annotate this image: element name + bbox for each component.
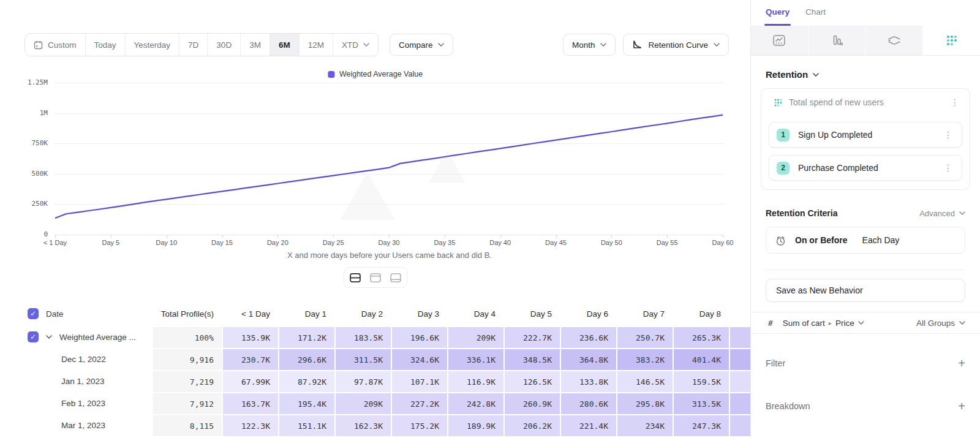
retention-value-cell[interactable]: 234K [616, 414, 673, 436]
column-header[interactable]: Day 1 [278, 301, 334, 326]
layout-split-button[interactable] [346, 270, 364, 285]
date-range-today[interactable]: Today [85, 34, 125, 56]
chart-type-tile-flow[interactable] [865, 26, 923, 55]
tab-chart[interactable]: Chart [805, 7, 826, 26]
retention-value-cell[interactable]: 236.6K [560, 326, 616, 348]
retention-value-cell[interactable]: 209K [334, 392, 391, 414]
retention-value-cell[interactable]: 295.8K [616, 392, 673, 414]
retention-value-cell[interactable]: 227.2K [391, 392, 447, 414]
chart-type-tile-line-chart[interactable] [751, 26, 808, 55]
retention-value-cell[interactable]: 280.6K [560, 392, 616, 414]
retention-value-cell[interactable]: 260.9K [503, 392, 560, 414]
retention-value-cell[interactable]: 313.5K [673, 392, 729, 414]
groups-dropdown[interactable]: All Groups [916, 319, 965, 328]
date-cell[interactable]: Jan 1, 2023 [0, 370, 153, 392]
criteria-mode-dropdown[interactable]: Advanced [919, 209, 965, 218]
date-range-custom[interactable]: Custom [25, 34, 85, 56]
retention-value-cell[interactable]: 135.9K [222, 326, 278, 348]
retention-value-cell[interactable]: 265.3K [673, 326, 729, 348]
row-checkbox[interactable]: ✓ [28, 331, 39, 342]
retention-value-cell[interactable]: 230.7K [222, 348, 278, 370]
retention-value-cell[interactable]: 189.9K [447, 414, 503, 436]
retention-value-cell[interactable]: 116.9K [447, 370, 503, 392]
save-as-new-behavior-button[interactable]: Save as New Behavior [766, 279, 965, 302]
retention-value-cell[interactable]: 183.5K [334, 326, 391, 348]
retention-value-cell[interactable]: 336.1K [447, 348, 503, 370]
retention-value-cell[interactable]: 67.99K [222, 370, 278, 392]
behavior-card-header[interactable]: Total spend of new users ⋮ [769, 96, 962, 115]
date-range-6m[interactable]: 6M [270, 34, 299, 56]
retention-value-cell[interactable]: 146.5K [616, 370, 673, 392]
retention-value-cell[interactable]: 175.2K [391, 414, 447, 436]
measurement-dropdown[interactable]: Sum of cart ▸ Price [783, 319, 864, 328]
retention-value-cell[interactable]: 206.2K [503, 414, 560, 436]
kebab-menu-icon[interactable]: ⋮ [949, 97, 961, 107]
chart-type-button[interactable]: Retention Curve [623, 34, 729, 56]
column-header[interactable]: Day 3 [391, 301, 447, 326]
retention-value-cell[interactable]: 383.2K [616, 348, 673, 370]
column-header[interactable]: Day 4 [447, 301, 503, 326]
retention-value-cell[interactable]: 311.5K [334, 348, 391, 370]
compare-button[interactable]: Compare [390, 34, 454, 56]
granularity-button[interactable]: Month [563, 34, 616, 56]
date-cell[interactable]: Dec 1, 2022 [0, 348, 153, 370]
layout-chart-focus-button[interactable] [366, 270, 385, 285]
total-profiles-cell[interactable]: 8,115 [153, 414, 222, 436]
select-all-checkbox[interactable]: ✓ [28, 308, 39, 319]
retention-value-cell[interactable]: 242.8K [447, 392, 503, 414]
tab-query[interactable]: Query [766, 7, 790, 26]
retention-value-cell[interactable]: 107.1K [391, 370, 447, 392]
chart-type-tile-retention-dots[interactable] [922, 26, 980, 55]
retention-value-cell[interactable]: 162.3K [334, 414, 391, 436]
retention-value-cell[interactable]: 250.7K [616, 326, 673, 348]
retention-value-cell[interactable]: 163.7K [222, 392, 278, 414]
retention-value-cell[interactable]: 296.6K [278, 348, 334, 370]
kebab-menu-icon[interactable]: ⋮ [942, 130, 954, 140]
behavior-step-2[interactable]: 2 Purchase Completed ⋮ [769, 155, 962, 181]
column-header[interactable]: Total Profile(s) [153, 301, 222, 326]
column-header[interactable]: Day 7 [616, 301, 673, 326]
retention-value-cell[interactable]: 151.1K [278, 414, 334, 436]
retention-value-cell[interactable]: 126.5K [503, 370, 560, 392]
column-header[interactable]: Day 8 [673, 301, 729, 326]
total-profiles-cell[interactable]: 9,916 [153, 348, 222, 370]
date-range-7d[interactable]: 7D [179, 34, 207, 56]
column-header[interactable]: < 1 Day [222, 301, 278, 326]
retention-value-cell[interactable]: 364.8K [560, 348, 616, 370]
add-breakdown-button[interactable]: + [958, 400, 965, 412]
date-range-30d[interactable]: 30D [207, 34, 240, 56]
total-profiles-cell[interactable]: 7,912 [153, 392, 222, 414]
chevron-down-icon[interactable] [46, 335, 52, 339]
retention-value-cell[interactable]: 401.4K [673, 348, 729, 370]
retention-value-cell[interactable]: 87.92K [278, 370, 334, 392]
total-profiles-cell[interactable]: 7,219 [153, 370, 222, 392]
date-range-3m[interactable]: 3M [240, 34, 270, 56]
retention-value-cell[interactable]: 324.6K [391, 348, 447, 370]
date-range-12m[interactable]: 12M [299, 34, 333, 56]
retention-value-cell[interactable]: 159.5K [673, 370, 729, 392]
behavior-step-1[interactable]: 1 Sign Up Completed ⋮ [769, 122, 962, 148]
date-range-xtd[interactable]: XTD [333, 34, 378, 56]
total-profiles-cell[interactable]: 100% [153, 326, 222, 348]
retention-value-cell[interactable]: 171.2K [278, 326, 334, 348]
retention-value-cell[interactable]: 97.87K [334, 370, 391, 392]
chart-type-tile-bar-chart[interactable] [808, 26, 865, 55]
retention-value-cell[interactable]: 348.5K [503, 348, 560, 370]
column-header[interactable]: Day 6 [560, 301, 616, 326]
date-cell[interactable]: Mar 1, 2023 [0, 414, 153, 436]
retention-value-cell[interactable]: 221.4K [560, 414, 616, 436]
layout-table-focus-button[interactable] [386, 270, 405, 285]
retention-value-cell[interactable]: 222.7K [503, 326, 560, 348]
criteria-timing-card[interactable]: On or Before Each Day [766, 227, 965, 254]
retention-value-cell[interactable]: 195.4K [278, 392, 334, 414]
retention-value-cell[interactable]: 247.3K [673, 414, 729, 436]
add-filter-button[interactable]: + [958, 357, 965, 369]
retention-value-cell[interactable]: 196.6K [391, 326, 447, 348]
retention-value-cell[interactable]: 133.8K [560, 370, 616, 392]
column-header[interactable]: Day 5 [503, 301, 560, 326]
retention-line[interactable] [55, 115, 723, 218]
retention-value-cell[interactable]: 209K [447, 326, 503, 348]
date-cell[interactable]: Feb 1, 2023 [0, 392, 153, 414]
retention-section-header[interactable]: Retention [766, 69, 965, 80]
date-range-yesterday[interactable]: Yesterday [125, 34, 179, 56]
